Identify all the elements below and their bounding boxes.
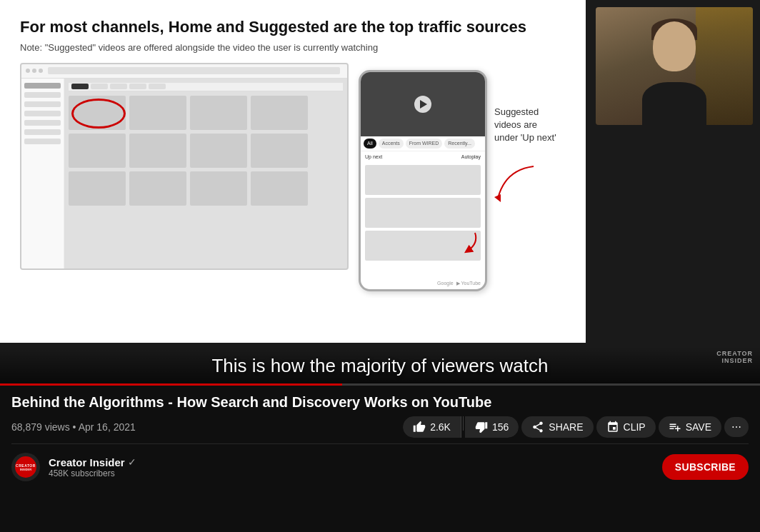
sidebar-mock-1 bbox=[24, 83, 61, 89]
sidebar-mock-7 bbox=[24, 139, 61, 144]
share-icon bbox=[531, 421, 544, 433]
pip-head bbox=[653, 21, 696, 71]
pip-body bbox=[642, 82, 706, 125]
creator-watermark: CREATOR INSIDER bbox=[716, 350, 753, 364]
phone-play-button bbox=[414, 96, 431, 113]
like-dislike-group: 2.6K 156 bbox=[403, 416, 519, 438]
phone-tabs: All Accents From WIRED Recently... bbox=[361, 136, 485, 151]
avatar-logo: CREATOR INSIDER bbox=[15, 456, 36, 478]
chip-5 bbox=[149, 84, 166, 89]
sidebar-mock-3 bbox=[24, 101, 61, 107]
view-count: 68,879 views bbox=[11, 421, 70, 433]
video-thumb-10 bbox=[129, 171, 186, 206]
more-button[interactable]: ⋯ bbox=[724, 417, 749, 437]
caption-text: This is how the majority of viewers watc… bbox=[211, 355, 548, 376]
youtube-logo: ▶ YouTube bbox=[456, 281, 481, 286]
desktop-top-bar bbox=[21, 64, 347, 79]
more-dots-icon: ⋯ bbox=[731, 421, 741, 433]
video-thumb-9 bbox=[69, 171, 126, 206]
clip-button[interactable]: CLIP bbox=[596, 416, 656, 438]
desktop-dot-2 bbox=[32, 69, 36, 73]
like-count: 2.6K bbox=[430, 421, 451, 433]
channel-details: Creator Insider ✓ 458K subscribers bbox=[49, 456, 136, 478]
dislike-button[interactable]: 156 bbox=[465, 416, 519, 438]
like-button[interactable]: 2.6K bbox=[403, 416, 461, 438]
sidebar-mock-6 bbox=[24, 129, 61, 135]
slide-note: Note: "Suggested" videos are offered alo… bbox=[20, 42, 566, 53]
google-logo: Google bbox=[437, 281, 454, 286]
sidebar-mock-2 bbox=[24, 92, 61, 98]
channel-info: CREATOR INSIDER Creator Insider ✓ 458K s… bbox=[11, 453, 136, 481]
video-grid-row-3 bbox=[69, 171, 343, 206]
up-next-label: Up next bbox=[365, 154, 382, 159]
yt-nav-bar bbox=[69, 83, 343, 91]
subscribe-button[interactable]: SUBSCRIBE bbox=[662, 454, 749, 480]
svg-marker-0 bbox=[494, 194, 501, 202]
video-thumb-3 bbox=[190, 96, 247, 130]
video-grid-row-1 bbox=[69, 96, 343, 130]
clip-label: CLIP bbox=[624, 421, 646, 433]
phone-video-item-2 bbox=[365, 198, 481, 228]
clip-icon bbox=[606, 421, 619, 433]
watermark-line2: INSIDER bbox=[716, 357, 753, 364]
slide-area: For most channels, Home and Suggested ar… bbox=[0, 0, 586, 343]
verified-badge-icon: ✓ bbox=[128, 456, 136, 468]
channel-avatar[interactable]: CREATOR INSIDER bbox=[11, 453, 40, 481]
channel-subscribers: 458K subscribers bbox=[49, 468, 136, 478]
autoplay-label: Autoplay bbox=[461, 154, 481, 159]
video-stats: 68,879 views • Apr 16, 2021 bbox=[11, 421, 136, 433]
avatar-text-insider: INSIDER bbox=[20, 468, 31, 471]
upload-date: Apr 16, 2021 bbox=[79, 421, 136, 433]
save-label: SAVE bbox=[686, 421, 711, 433]
sidebar-mock-5 bbox=[24, 120, 61, 126]
share-label: SHARE bbox=[549, 421, 583, 433]
chip-3 bbox=[110, 84, 127, 89]
phone-tab-recent: Recently... bbox=[444, 139, 475, 149]
suggested-label: Suggestedvideos areunder 'Up next' bbox=[494, 106, 573, 145]
like-dislike-divider bbox=[463, 416, 464, 431]
progress-bar-fill bbox=[0, 383, 342, 386]
video-thumb-5 bbox=[69, 134, 126, 168]
desktop-dot-3 bbox=[39, 69, 43, 73]
pip-person bbox=[596, 7, 753, 125]
phone-video-item-1 bbox=[365, 165, 481, 195]
stats-separator: • bbox=[73, 421, 79, 433]
suggested-curve-arrow bbox=[491, 163, 548, 209]
desktop-mockup bbox=[20, 63, 349, 270]
sidebar-mock-4 bbox=[24, 111, 61, 116]
channel-name[interactable]: Creator Insider bbox=[49, 456, 125, 468]
slide-title: For most channels, Home and Suggested ar… bbox=[20, 17, 566, 38]
caption-overlay: This is how the majority of viewers watc… bbox=[0, 346, 760, 386]
video-thumb-6 bbox=[129, 134, 186, 168]
pip-camera bbox=[596, 7, 753, 125]
video-progress-bar[interactable] bbox=[0, 383, 760, 386]
phone-footer: Google ▶ YouTube bbox=[437, 281, 481, 286]
video-thumb-4 bbox=[251, 96, 308, 130]
video-info-section: Behind the Algorithms - How Search and D… bbox=[0, 386, 760, 444]
share-button[interactable]: SHARE bbox=[521, 416, 593, 438]
desktop-address-bar bbox=[48, 67, 340, 74]
suggested-arrow bbox=[454, 229, 482, 261]
channel-name-row: Creator Insider ✓ bbox=[49, 456, 136, 468]
phone-up-next-row: Up next Autoplay bbox=[361, 151, 485, 162]
save-button[interactable]: SAVE bbox=[659, 416, 721, 438]
video-title: Behind the Algorithms - How Search and D… bbox=[11, 394, 749, 411]
chip-2 bbox=[91, 84, 108, 89]
video-thumb-highlighted bbox=[69, 96, 126, 130]
video-player: For most channels, Home and Suggested ar… bbox=[0, 0, 760, 386]
chip-1 bbox=[71, 84, 89, 89]
phone-tab-wired: From WIRED bbox=[406, 139, 443, 149]
desktop-sidebar bbox=[21, 79, 64, 268]
video-thumb-11 bbox=[190, 171, 247, 206]
desktop-inner bbox=[21, 79, 347, 268]
play-triangle-icon bbox=[420, 100, 427, 109]
phone-tab-accents: Accents bbox=[379, 139, 404, 149]
thumbs-down-icon bbox=[475, 421, 488, 433]
video-thumb-2 bbox=[129, 96, 186, 130]
thumbs-up-icon bbox=[413, 421, 426, 433]
save-icon bbox=[669, 421, 681, 433]
slide-mockups: All Accents From WIRED Recently... Up ne… bbox=[20, 63, 566, 331]
watermark-line1: CREATOR bbox=[716, 350, 753, 357]
video-thumb-8 bbox=[251, 134, 308, 168]
channel-row: CREATOR INSIDER Creator Insider ✓ 458K s… bbox=[0, 444, 760, 481]
